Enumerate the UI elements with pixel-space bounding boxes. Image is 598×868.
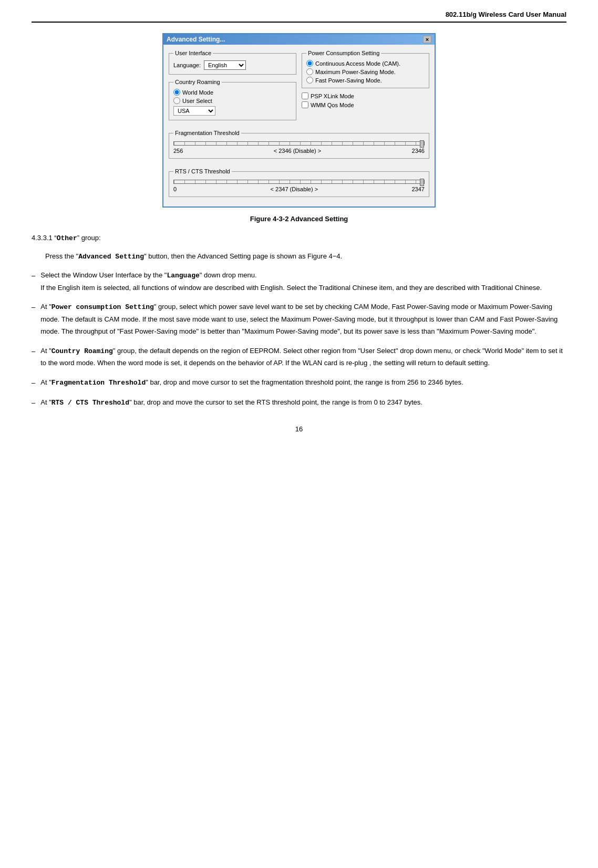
psp-xlink-checkbox[interactable]: [302, 92, 308, 99]
heading-rest: ” group:: [77, 234, 101, 242]
cam-row: Continuous Access Mode (CAM).: [306, 60, 425, 67]
heading-keyword: Other: [57, 234, 77, 242]
fragmentation-legend: Fragmentation Threshold: [173, 130, 241, 136]
bullet-power-content: At "Power consumption Setting" group, se…: [40, 301, 566, 337]
rts-cts-thumb[interactable]: [420, 179, 424, 186]
rts-keyword: RTS / CTS Threshold: [51, 399, 129, 407]
bullet-language: – Select the Window User Interface by th…: [32, 270, 566, 294]
rts-cts-group: RTS / CTS Threshold 0 < 2347 (Disable) >…: [169, 168, 429, 197]
bullet1-pre: Select the Window User Interface by the …: [40, 271, 167, 279]
bullet-fragmentation: – At "Fragmentation Threshold" bar, drop…: [32, 377, 566, 389]
psp-xlink-label: PSP XLink Mode: [311, 93, 354, 99]
frag-mid: < 2346 (Disable) >: [274, 148, 322, 154]
frag-min: 256: [173, 148, 183, 154]
rts-max: 2347: [412, 186, 425, 192]
intro-paragraph: Press the "Advanced Setting" button, the…: [32, 251, 566, 263]
wmm-qos-label: WMM Qos Mode: [311, 102, 354, 108]
fragmentation-thumb[interactable]: [420, 140, 424, 148]
heading-num: 4.3.3.1 “: [32, 234, 57, 242]
dialog-title: Advanced Setting...: [167, 36, 225, 43]
bullet1-mid: " down drop menu.: [200, 271, 257, 279]
bullet-dash-5: –: [32, 397, 35, 409]
user-interface-group: User Interface Language: English: [169, 50, 296, 75]
language-keyword: Language: [167, 272, 199, 280]
fragmentation-section: Fragmentation Threshold 256 < 2346 (Disa…: [163, 130, 435, 168]
dialog-titlebar: Advanced Setting... ×: [163, 34, 435, 45]
wmm-qos-row: WMM Qos Mode: [302, 101, 429, 108]
frag-keyword: Fragmentation Threshold: [51, 379, 146, 387]
fast-power-radio[interactable]: [306, 77, 313, 84]
frag-max: 2346: [412, 148, 425, 154]
bullet-country: – At "Country Roaming" group, the defaul…: [32, 345, 566, 370]
rts-mid: < 2347 (Disable) >: [271, 186, 318, 192]
bullet-language-content: Select the Window User Interface by the …: [40, 270, 566, 294]
bullet5-mid: " bar, drop and move the cursor to set t…: [129, 398, 422, 406]
power-keyword: Power consumption Setting: [51, 303, 154, 311]
max-power-radio[interactable]: [306, 68, 313, 75]
language-label: Language:: [173, 62, 201, 68]
user-interface-legend: User Interface: [173, 50, 213, 56]
psp-xlink-row: PSP XLink Mode: [302, 92, 429, 99]
bullet-power: – At "Power consumption Setting" group, …: [32, 301, 566, 337]
wmm-qos-checkbox[interactable]: [302, 101, 308, 108]
power-consumption-legend: Power Consumption Setting: [306, 50, 381, 56]
manual-title: 802.11b/g Wireless Card User Manual: [446, 11, 566, 18]
language-select[interactable]: English: [204, 60, 246, 70]
rts-cts-labels: 0 < 2347 (Disable) > 2347: [173, 186, 425, 192]
bullet-dash-4: –: [32, 377, 35, 389]
cam-label: Continuous Access Mode (CAM).: [315, 60, 400, 67]
world-mode-label: World Mode: [182, 89, 213, 96]
fast-power-row: Fast Power-Saving Mode.: [306, 77, 425, 84]
bullet3-mid: " group, the default depends on the regi…: [40, 347, 563, 367]
country-select[interactable]: USA: [173, 106, 215, 116]
power-consumption-group: Power Consumption Setting Continuous Acc…: [302, 50, 429, 88]
max-power-row: Maximum Power-Saving Mode.: [306, 68, 425, 75]
close-button[interactable]: ×: [423, 36, 431, 43]
country-keyword: Country Roaming: [51, 347, 113, 355]
figure-caption: Figure 4-3-2 Advanced Setting: [32, 215, 566, 223]
cam-radio[interactable]: [306, 60, 313, 67]
page-number: 16: [32, 425, 566, 433]
language-row: Language: English: [173, 60, 292, 70]
bullet-dash-2: –: [32, 301, 35, 337]
bullet-rts-content: At "RTS / CTS Threshold" bar, drop and m…: [40, 397, 566, 409]
user-select-radio[interactable]: [173, 97, 180, 104]
bullet4-pre: At ": [40, 378, 51, 386]
bullet-rts: – At "RTS / CTS Threshold" bar, drop and…: [32, 397, 566, 409]
bullet3-pre: At ": [40, 347, 51, 355]
bullet4-mid: " bar, drop and move cursor to set the f…: [146, 378, 463, 386]
dialog-left-column: User Interface Language: English Country…: [169, 50, 296, 125]
page-header: 802.11b/g Wireless Card User Manual: [32, 11, 566, 23]
bullet-country-content: At "Country Roaming" group, the default …: [40, 345, 566, 370]
bullet1-sub: If the English item is selected, all fun…: [40, 284, 542, 292]
bullet-dash-3: –: [32, 345, 35, 370]
world-mode-row: World Mode: [173, 89, 292, 96]
user-select-row: User Select: [173, 97, 292, 104]
bullet2-pre: At ": [40, 303, 51, 311]
section-heading: 4.3.3.1 “Other” group:: [32, 232, 566, 244]
rts-cts-legend: RTS / CTS Threshold: [173, 168, 232, 174]
fragmentation-slider[interactable]: [173, 141, 425, 146]
max-power-label: Maximum Power-Saving Mode.: [315, 69, 396, 75]
rts-min: 0: [173, 186, 177, 192]
country-roaming-legend: Country Roaming: [173, 79, 222, 85]
advanced-setting-dialog: Advanced Setting... × User Interface Lan…: [162, 33, 436, 208]
rts-cts-slider[interactable]: [173, 180, 425, 184]
fast-power-label: Fast Power-Saving Mode.: [315, 77, 382, 84]
bullet-dash-1: –: [32, 270, 35, 294]
bullet5-pre: At ": [40, 398, 51, 406]
world-mode-radio[interactable]: [173, 89, 180, 96]
dialog-body: User Interface Language: English Country…: [163, 45, 435, 130]
dialog-right-column: Power Consumption Setting Continuous Acc…: [302, 50, 429, 125]
fragmentation-group: Fragmentation Threshold 256 < 2346 (Disa…: [169, 130, 429, 159]
user-select-label: User Select: [182, 98, 212, 104]
country-roaming-group: Country Roaming World Mode User Select U…: [169, 79, 296, 120]
fragmentation-labels: 256 < 2346 (Disable) > 2346: [173, 148, 425, 154]
advanced-setting-keyword: Advanced Setting: [78, 253, 144, 261]
bullet-frag-content: At "Fragmentation Threshold" bar, drop a…: [40, 377, 566, 389]
rts-cts-section: RTS / CTS Threshold 0 < 2347 (Disable) >…: [163, 168, 435, 206]
main-content: 4.3.3.1 “Other” group: Press the "Advanc…: [32, 232, 566, 409]
